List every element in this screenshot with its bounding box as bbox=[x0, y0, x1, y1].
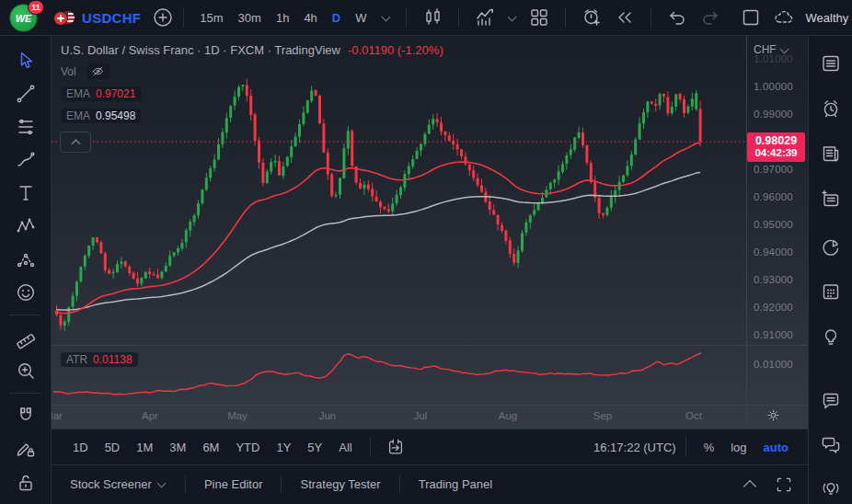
save-layout-indicator[interactable] bbox=[734, 6, 767, 29]
range-ytd[interactable]: YTD bbox=[227, 437, 268, 458]
indicator-templates-button[interactable] bbox=[501, 14, 523, 22]
unlock-icon bbox=[15, 472, 37, 494]
private-chats-button[interactable] bbox=[819, 433, 843, 457]
undo-button[interactable] bbox=[661, 6, 694, 29]
interval-1d[interactable]: D bbox=[326, 7, 347, 29]
percent-scale-button[interactable]: % bbox=[696, 437, 723, 458]
cursor-tool[interactable] bbox=[13, 48, 39, 74]
interval-15m[interactable]: 15m bbox=[193, 7, 229, 29]
ruler-icon bbox=[15, 327, 37, 349]
indicators-button[interactable] bbox=[468, 6, 501, 29]
chevron-down-icon bbox=[779, 44, 789, 53]
volume-visibility-toggle[interactable] bbox=[87, 63, 109, 79]
trend-line-tool[interactable] bbox=[13, 81, 39, 107]
symbol-name: USDCHF bbox=[82, 10, 141, 26]
tab-label: Stock Screener bbox=[70, 477, 152, 491]
interval-4h[interactable]: 4h bbox=[297, 7, 323, 29]
lock-all-drawings-button[interactable] bbox=[13, 470, 39, 496]
tab-pine-editor[interactable]: Pine Editor bbox=[186, 465, 282, 503]
plus-circle-icon bbox=[152, 6, 174, 29]
price-tick: 0.94000 bbox=[754, 246, 793, 258]
go-to-date-button[interactable] bbox=[380, 437, 411, 457]
time-axis[interactable]: MarAprMayJunJulAugSepOct bbox=[52, 405, 746, 429]
atr-legend[interactable]: ATR 0.01138 bbox=[61, 350, 138, 367]
price-change: -0.01190 (-1.20%) bbox=[348, 43, 443, 57]
range-5d[interactable]: 5D bbox=[97, 437, 129, 458]
bottom-range-toolbar: 1D 5D 1M 3M 6M YTD 1Y 5Y All 16:17:22 (U… bbox=[52, 429, 808, 465]
symbol-title[interactable]: U.S. Dollar / Swiss Franc · 1D · FXCM · … bbox=[61, 43, 340, 57]
separator bbox=[9, 393, 40, 394]
tab-label: Trading Panel bbox=[419, 477, 492, 491]
time-axis-month: Apr bbox=[142, 410, 158, 421]
eye-off-icon bbox=[91, 64, 105, 78]
ideas-button[interactable] bbox=[819, 325, 843, 349]
range-6m[interactable]: 6M bbox=[194, 437, 227, 458]
volume-label[interactable]: Vol bbox=[61, 65, 76, 78]
news-button[interactable] bbox=[819, 142, 843, 166]
alerts-button[interactable] bbox=[819, 97, 843, 120]
bar-countdown: 04:42:39 bbox=[747, 147, 805, 159]
range-all[interactable]: All bbox=[330, 437, 360, 458]
range-1d[interactable]: 1D bbox=[64, 437, 97, 458]
calendar-icon bbox=[820, 281, 842, 303]
pane-settings-button[interactable] bbox=[766, 407, 781, 427]
watchlist-button[interactable] bbox=[819, 52, 843, 75]
economic-calendar-button[interactable] bbox=[819, 280, 843, 304]
streams-button[interactable] bbox=[819, 476, 843, 500]
text-notes-button[interactable] bbox=[819, 187, 843, 211]
chart-area[interactable]: U.S. Dollar / Swiss Franc · 1D · FXCM · … bbox=[52, 36, 808, 429]
layout-grid-button[interactable] bbox=[523, 6, 556, 29]
create-alert-button[interactable] bbox=[575, 6, 608, 29]
log-scale-button[interactable]: log bbox=[722, 437, 754, 458]
chevron-down-icon bbox=[156, 479, 166, 488]
cloud-save-button[interactable] bbox=[767, 6, 800, 29]
collapse-legend-button[interactable] bbox=[60, 132, 91, 153]
tab-stock-screener[interactable]: Stock Screener bbox=[52, 465, 185, 503]
ema-slow-legend[interactable]: EMA 0.95498 bbox=[61, 109, 141, 123]
fullscreen-icon[interactable] bbox=[775, 475, 793, 494]
auto-scale-button[interactable]: auto bbox=[755, 437, 797, 458]
cursor-icon bbox=[15, 50, 37, 72]
range-1m[interactable]: 1M bbox=[128, 437, 161, 458]
chart-style-button[interactable] bbox=[416, 6, 449, 29]
open-panel-chevron-up-icon[interactable] bbox=[743, 479, 756, 492]
ema-slow-value: 0.95498 bbox=[96, 109, 135, 122]
tab-trading-panel[interactable]: Trading Panel bbox=[400, 465, 511, 503]
forecast-tool[interactable] bbox=[13, 246, 39, 272]
hotlists-button[interactable] bbox=[819, 235, 843, 259]
measure-tool[interactable] bbox=[13, 326, 39, 351]
symbol-search-button[interactable]: USDCHF bbox=[53, 10, 141, 26]
zoom-in-tool[interactable] bbox=[13, 358, 39, 384]
range-3m[interactable]: 3M bbox=[161, 437, 194, 458]
interval-1w[interactable]: W bbox=[349, 7, 373, 29]
interval-1h[interactable]: 1h bbox=[270, 7, 295, 29]
magnet-mode-button[interactable] bbox=[13, 403, 39, 429]
layout-name[interactable]: Wealthy Educ... bbox=[806, 11, 852, 25]
interval-30m[interactable]: 30m bbox=[232, 7, 268, 29]
xabcd-pattern-tool[interactable] bbox=[13, 213, 39, 239]
chat-button[interactable] bbox=[819, 389, 843, 413]
drawing-lock-button[interactable] bbox=[13, 436, 39, 462]
range-5y[interactable]: 5Y bbox=[299, 437, 330, 458]
text-tool[interactable] bbox=[13, 180, 39, 206]
pencil-lock-icon bbox=[15, 438, 37, 460]
emoji-tool[interactable] bbox=[13, 280, 39, 305]
replay-button[interactable] bbox=[608, 6, 641, 29]
ema-fast-legend[interactable]: EMA 0.97021 bbox=[61, 86, 141, 101]
tab-label: Pine Editor bbox=[204, 477, 263, 491]
watchlist-icon bbox=[820, 52, 842, 74]
compare-add-symbol-button[interactable] bbox=[152, 6, 174, 29]
bottom-panel-tabs: Stock Screener Pine Editor Strategy Test… bbox=[52, 465, 808, 503]
price-axis[interactable]: CHF 0.98029 04:42:39 1.010001.000000.990… bbox=[746, 36, 808, 429]
redo-button[interactable] bbox=[694, 6, 727, 29]
candlestick-icon bbox=[421, 6, 443, 29]
separator bbox=[458, 7, 459, 28]
account-menu-button[interactable]: WE 11 bbox=[9, 3, 42, 32]
range-1y[interactable]: 1Y bbox=[268, 437, 299, 458]
fib-retracement-tool[interactable] bbox=[13, 114, 39, 140]
interval-menu-button[interactable] bbox=[375, 14, 397, 22]
clock[interactable]: 16:17:22 (UTC) bbox=[593, 441, 676, 454]
tab-strategy-tester[interactable]: Strategy Tester bbox=[282, 465, 398, 503]
drawing-toolbar bbox=[0, 36, 52, 504]
brush-tool[interactable] bbox=[13, 147, 39, 173]
